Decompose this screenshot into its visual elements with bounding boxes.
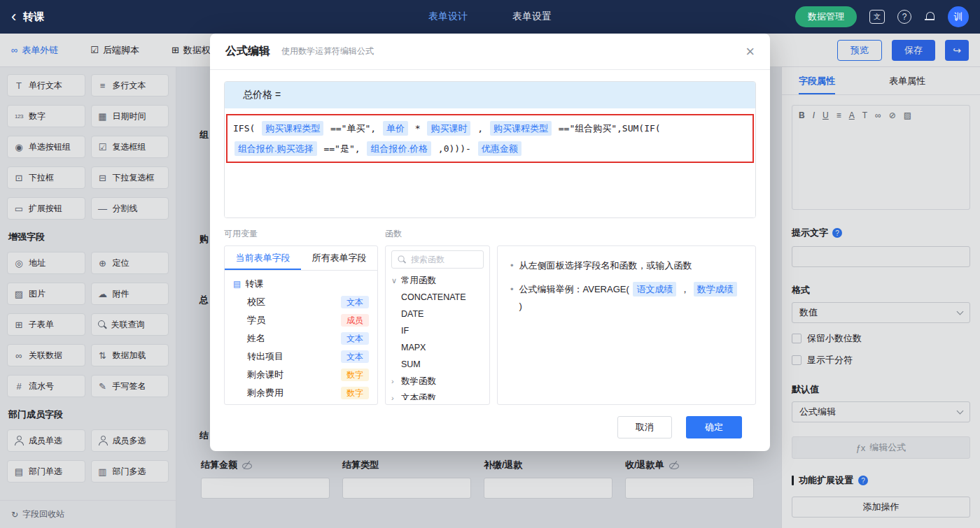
tab-current-form-fields[interactable]: 当前表单字段 <box>225 246 301 270</box>
formula-highlight-box: IFS( 购买课程类型 =="单买", 单价 * 购买课时 , 购买课程类型 =… <box>226 114 754 163</box>
data-manage-button[interactable]: 数据管理 <box>795 6 857 27</box>
help-line: • 从左侧面板选择字段名和函数，或输入函数 <box>510 257 743 274</box>
function-list: ∨常用函数 CONCATENATE DATE IF MAPX SUM ›数学函数… <box>391 272 484 400</box>
formula-target: 总价格 = <box>225 82 755 108</box>
formula-text: IFS( <box>233 123 260 134</box>
help-text: 从左侧面板选择字段名和函数，或输入函数 <box>519 257 692 274</box>
type-tag: 成员 <box>341 314 369 327</box>
variable-name: 剩余课时 <box>247 369 284 381</box>
variable-row[interactable]: 学员成员 <box>233 311 369 329</box>
variables-panel: 当前表单字段 所有表单字段 ▤ 转课 校区文本 学员成员 姓名文本 转出项目文本… <box>224 245 378 405</box>
variable-row[interactable]: 剩余费用数字 <box>233 384 369 402</box>
help-example: 公式编辑举例：AVERAGE( 语文成绩 ， 数学成绩 ) <box>519 281 743 315</box>
function-name: MAPX <box>401 343 426 352</box>
modal-body: 总价格 = IFS( 购买课程类型 =="单买", 单价 * 购买课时 , 购买… <box>210 70 770 451</box>
chevron-right-icon: › <box>391 377 401 385</box>
function-item[interactable]: CONCATENATE <box>391 289 484 306</box>
function-name: SUM <box>401 359 421 369</box>
variables-list: ▤ 转课 校区文本 学员成员 姓名文本 转出项目文本 剩余课时数字 剩余费用数字 <box>225 271 377 404</box>
confirm-button[interactable]: 确定 <box>686 416 742 438</box>
function-name: CONCATENATE <box>401 292 466 302</box>
formula-content[interactable]: IFS( 购买课程类型 =="单买", 单价 * 购买课时 , 购买课程类型 =… <box>225 108 755 217</box>
modal-title: 公式编辑 <box>225 44 270 59</box>
formula-text: * <box>410 123 426 134</box>
tab-form-design[interactable]: 表单设计 <box>428 10 468 23</box>
help-icon[interactable]: ? <box>897 10 911 24</box>
avatar[interactable]: 训 <box>948 6 969 27</box>
function-item[interactable]: SUM <box>391 356 484 373</box>
type-tag: 数字 <box>341 387 369 399</box>
field-chip[interactable]: 购买课程类型 <box>490 121 552 136</box>
help-line: • 公式编辑举例：AVERAGE( 语文成绩 ， 数学成绩 ) <box>510 281 743 315</box>
field-chip[interactable]: 购买课程类型 <box>262 121 323 136</box>
document-icon: ▤ <box>233 279 241 289</box>
formula-text: =="单买", <box>325 123 382 134</box>
formula-text: =="是", <box>318 143 366 154</box>
modal-header: 公式编辑 使用数学运算符编辑公式 × <box>210 34 770 70</box>
function-item[interactable]: MAPX <box>391 339 484 356</box>
form-node[interactable]: ▤ 转课 <box>233 275 369 293</box>
formula-text: =="组合购买",SUM(IF( <box>553 123 666 134</box>
type-tag: 文本 <box>341 296 369 308</box>
variable-row[interactable]: 校区文本 <box>233 293 369 311</box>
type-tag: 文本 <box>341 350 369 363</box>
group-label: 数学函数 <box>401 376 436 387</box>
variable-name: 校区 <box>247 296 265 308</box>
field-chip[interactable]: 组合报价.价格 <box>367 141 431 156</box>
tab-form-settings[interactable]: 表单设置 <box>512 10 552 23</box>
help-text: 公式编辑举例：AVERAGE( <box>519 284 632 294</box>
modal-panels: 当前表单字段 所有表单字段 ▤ 转课 校区文本 学员成员 姓名文本 转出项目文本… <box>224 245 756 405</box>
help-panel: • 从左侧面板选择字段名和函数，或输入函数 • 公式编辑举例：AVERAGE( … <box>497 245 756 405</box>
field-chip[interactable]: 组合报价.购买选择 <box>234 141 317 156</box>
function-search-input[interactable] <box>411 255 478 264</box>
group-label: 常用函数 <box>401 275 436 287</box>
tab-all-form-fields[interactable]: 所有表单字段 <box>301 246 377 270</box>
variable-name: 转出项目 <box>247 350 284 363</box>
form-node-label: 转课 <box>245 278 263 290</box>
functions-panel: ∨常用函数 CONCATENATE DATE IF MAPX SUM ›数学函数… <box>385 245 490 405</box>
variable-name: 学员 <box>247 314 265 327</box>
function-group-common[interactable]: ∨常用函数 <box>391 272 484 289</box>
top-bar: ‹ 转课 表单设计 表单设置 数据管理 文 ? 训 <box>0 0 980 34</box>
formula-text: ,0)))- <box>433 143 477 154</box>
variable-row[interactable]: 转出项目文本 <box>233 348 369 366</box>
field-chip[interactable]: 单价 <box>383 121 408 136</box>
bell-icon[interactable] <box>924 11 935 22</box>
function-item[interactable]: DATE <box>391 306 484 322</box>
function-search[interactable] <box>391 250 484 269</box>
chevron-right-icon: › <box>391 394 401 400</box>
app-window: ‹ 转课 表单设计 表单设置 数据管理 文 ? 训 ∞ 表单外链 ☑ 后端脚本 … <box>0 0 980 528</box>
topbar-actions: 数据管理 文 ? 训 <box>795 6 969 27</box>
chevron-down-icon: ∨ <box>391 276 401 285</box>
panel-labels: 可用变量 函数 <box>224 228 756 240</box>
variable-row[interactable]: 剩余课时数字 <box>233 366 369 384</box>
variable-row[interactable]: 姓名文本 <box>233 329 369 348</box>
function-name: DATE <box>401 309 424 319</box>
help-text: ) <box>519 301 522 311</box>
variable-name: 剩余费用 <box>247 387 284 399</box>
formula-editor-modal: 公式编辑 使用数学运算符编辑公式 × 总价格 = IFS( 购买课程类型 =="… <box>210 34 770 451</box>
type-tag: 数字 <box>341 369 369 381</box>
variable-name: 姓名 <box>247 332 265 345</box>
variables-tabs: 当前表单字段 所有表单字段 <box>225 246 377 271</box>
function-name: IF <box>401 326 409 336</box>
search-icon <box>398 255 407 264</box>
modal-subtitle: 使用数学运算符编辑公式 <box>281 45 374 57</box>
type-tag: 文本 <box>341 332 369 345</box>
function-item[interactable]: IF <box>391 322 484 339</box>
function-group-math[interactable]: ›数学函数 <box>391 373 484 390</box>
close-icon[interactable]: × <box>746 44 755 59</box>
field-chip: 语文成绩 <box>633 282 676 297</box>
translate-icon[interactable]: 文 <box>869 10 885 24</box>
variables-label: 可用变量 <box>224 228 385 240</box>
field-chip[interactable]: 优惠金额 <box>478 141 522 156</box>
formula-editor[interactable]: 总价格 = IFS( 购买课程类型 =="单买", 单价 * 购买课时 , 购买… <box>224 81 756 218</box>
help-text: ， <box>678 284 692 294</box>
cancel-button[interactable]: 取消 <box>617 416 672 438</box>
group-label: 文本函数 <box>401 392 436 401</box>
function-group-text[interactable]: ›文本函数 <box>391 390 484 400</box>
field-chip[interactable]: 购买课时 <box>427 121 470 136</box>
bullet-icon: • <box>510 281 514 315</box>
bullet-icon: • <box>510 257 514 274</box>
field-chip: 数学成绩 <box>694 282 737 297</box>
